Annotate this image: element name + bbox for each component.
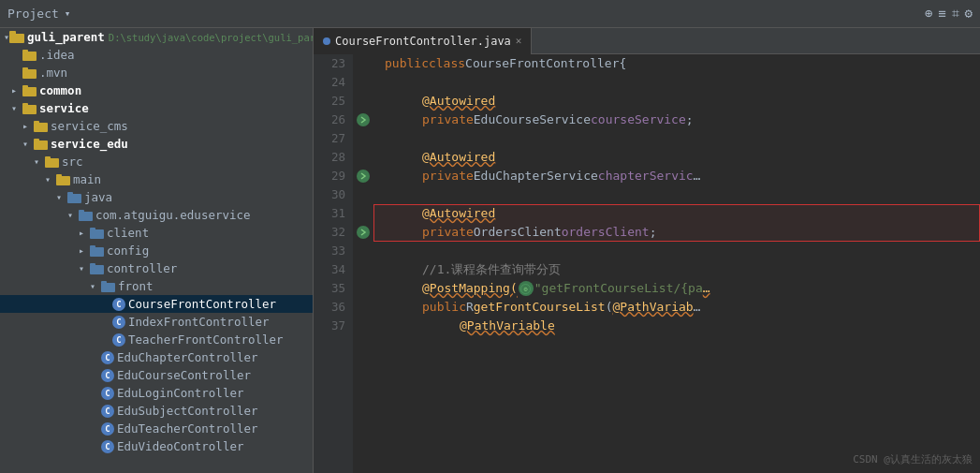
sidebar-item-edu-chapter-controller[interactable]: C EduChapterController bbox=[0, 348, 313, 366]
editor-tab-course-front-controller[interactable]: CourseFrontController.java ✕ bbox=[314, 28, 532, 54]
sidebar-item-edu-subject-controller[interactable]: C EduSubjectController bbox=[0, 402, 313, 420]
sidebar-item-service-cms[interactable]: service_cms bbox=[0, 117, 313, 135]
sidebar-item-guli-parent[interactable]: guli_parent D:\study\java\code\project\g… bbox=[0, 28, 313, 46]
sidebar-item-edu-course-controller[interactable]: C EduCourseController bbox=[0, 366, 313, 384]
sidebar-item-java[interactable]: java bbox=[0, 188, 313, 206]
folder-icon-common bbox=[22, 85, 37, 96]
varname-26: courseService bbox=[591, 111, 686, 129]
sidebar-item-common[interactable]: common bbox=[0, 81, 313, 99]
sidebar-item-edu-video-controller[interactable]: C EduVideoController bbox=[0, 437, 313, 455]
sidebar-item-edu-login-controller[interactable]: C EduLoginController bbox=[0, 384, 313, 402]
toolbar-icon-globe[interactable]: ⊕ bbox=[925, 6, 932, 22]
code-line-31: @Autowired bbox=[385, 204, 980, 223]
folder-icon-config bbox=[90, 245, 104, 257]
arrow-client bbox=[79, 228, 90, 238]
line-num-25: 25 bbox=[314, 92, 345, 111]
svg-rect-18 bbox=[67, 194, 81, 203]
sidebar-item-course-front-controller[interactable]: C CourseFrontController bbox=[0, 295, 313, 313]
svg-rect-22 bbox=[90, 229, 104, 239]
class-icon-esc: C bbox=[101, 405, 114, 418]
keyword-private-26: private bbox=[422, 111, 474, 129]
svg-rect-2 bbox=[22, 52, 37, 61]
cfc-label: CourseFrontController bbox=[128, 297, 276, 311]
tfc-label: TeacherFrontController bbox=[128, 333, 284, 347]
svg-rect-13 bbox=[34, 139, 39, 141]
gutter-26 bbox=[353, 111, 373, 129]
class-icon-tfc: C bbox=[112, 333, 125, 347]
svg-rect-1 bbox=[9, 31, 16, 35]
line-num-32: 32 bbox=[314, 223, 345, 242]
code-line-23: public class CourseFrontController { bbox=[385, 54, 980, 73]
folder-icon-client bbox=[90, 228, 104, 239]
sidebar-item-mvn[interactable]: .mvn bbox=[0, 64, 313, 81]
sidebar-item-edu-teacher-controller[interactable]: C EduTeacherController bbox=[0, 420, 313, 437]
gutter-31 bbox=[353, 204, 373, 223]
sidebar-item-service-edu[interactable]: service_edu bbox=[0, 135, 313, 153]
code-line-29: private EduChapterService chapterServic … bbox=[385, 167, 980, 185]
sidebar-item-main[interactable]: main bbox=[0, 170, 313, 188]
etc-label: EduTeacherController bbox=[117, 421, 258, 436]
svg-rect-28 bbox=[101, 283, 115, 292]
service-edu-label: service_edu bbox=[51, 137, 128, 151]
keyword-private-29: private bbox=[422, 167, 474, 185]
semicol-32: ; bbox=[650, 223, 657, 242]
paren-36: ( bbox=[606, 298, 613, 317]
common-label: common bbox=[39, 83, 81, 97]
svg-rect-24 bbox=[90, 247, 104, 257]
tab-dot bbox=[323, 37, 330, 45]
gutter-25 bbox=[353, 92, 373, 111]
toolbar-icons: ⊕ ≡ ⌗ ⚙ bbox=[925, 6, 973, 22]
autowired-icon-29 bbox=[357, 170, 370, 183]
folder-icon-idea bbox=[22, 50, 37, 61]
svg-rect-10 bbox=[34, 123, 48, 132]
module-icon bbox=[9, 31, 24, 43]
config-label: config bbox=[107, 244, 149, 258]
line-num-34: 34 bbox=[314, 260, 345, 279]
line-num-26: 26 bbox=[314, 111, 345, 129]
code-lines[interactable]: public class CourseFrontController { @Au… bbox=[373, 54, 980, 473]
line-num-28: 28 bbox=[314, 148, 345, 167]
autowired-icon-32 bbox=[357, 226, 370, 239]
method-36: getFrontCourseList bbox=[474, 298, 606, 317]
sidebar-item-src[interactable]: src bbox=[0, 153, 313, 170]
code-line-30 bbox=[385, 185, 980, 204]
gutter-37 bbox=[353, 317, 373, 335]
sidebar-item-config[interactable]: config bbox=[0, 242, 313, 259]
class-icon-elc: C bbox=[101, 387, 114, 400]
sidebar-item-idea[interactable]: .idea bbox=[0, 46, 313, 64]
sidebar-item-teacher-front-controller[interactable]: C TeacherFrontController bbox=[0, 331, 313, 348]
svg-rect-6 bbox=[22, 87, 37, 96]
tab-close-button[interactable]: ✕ bbox=[516, 35, 522, 47]
java-label: java bbox=[84, 190, 112, 204]
arrow-src bbox=[34, 156, 45, 167]
folder-icon-package bbox=[79, 210, 93, 221]
ecoc-label: EduCourseController bbox=[117, 368, 251, 382]
arrow-service-cms bbox=[22, 121, 34, 131]
toolbar-icon-list[interactable]: ≡ bbox=[938, 6, 945, 22]
keyword-public-23: public bbox=[385, 54, 429, 73]
spring-icon-svg-35: ⚙ bbox=[520, 284, 531, 294]
ellipsis-36: … bbox=[694, 298, 701, 317]
folder-icon-service-cms bbox=[34, 121, 48, 132]
controller-label: controller bbox=[107, 261, 177, 275]
svg-rect-29 bbox=[101, 281, 107, 284]
sidebar-item-controller[interactable]: controller bbox=[0, 259, 313, 277]
sidebar-item-service[interactable]: service bbox=[0, 99, 313, 117]
comment-34: //1.课程条件查询带分页 bbox=[422, 260, 561, 279]
toolbar-icon-gear[interactable]: ⚙ bbox=[965, 6, 973, 22]
code-line-34: //1.课程条件查询带分页 bbox=[385, 260, 980, 279]
sidebar-item-index-front-controller[interactable]: C IndexFrontController bbox=[0, 313, 313, 331]
code-line-28: @Autowired bbox=[385, 148, 980, 167]
toolbar-icon-grid[interactable]: ⌗ bbox=[952, 6, 959, 22]
arrow-main bbox=[45, 174, 56, 185]
line-num-31: 31 bbox=[314, 204, 345, 223]
svg-rect-4 bbox=[22, 69, 37, 79]
gutter bbox=[353, 54, 373, 473]
keyword-class-23: class bbox=[429, 54, 465, 73]
svg-rect-7 bbox=[22, 85, 28, 88]
gutter-27 bbox=[353, 129, 373, 148]
sidebar-item-front[interactable]: front bbox=[0, 277, 313, 295]
svg-rect-5 bbox=[22, 67, 28, 70]
sidebar-item-com-atguigu[interactable]: com.atguigu.eduservice bbox=[0, 206, 313, 224]
sidebar-item-client[interactable]: client bbox=[0, 224, 313, 242]
